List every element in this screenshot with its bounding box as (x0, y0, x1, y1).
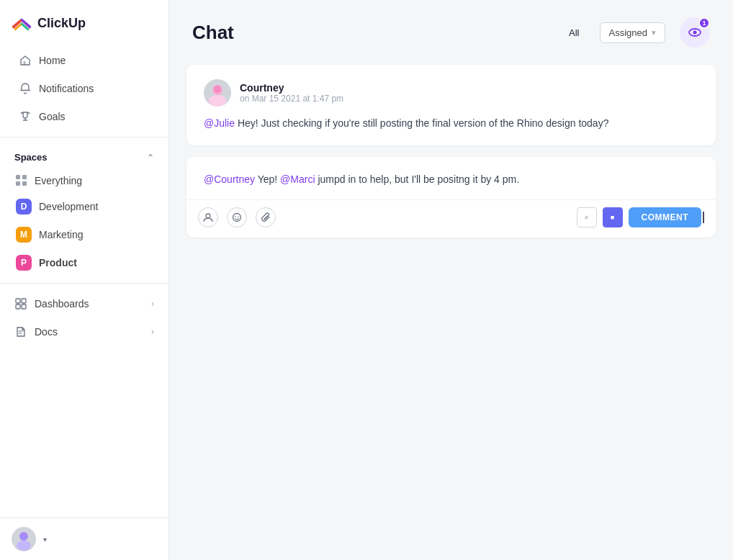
mention-marci: @Marci (280, 173, 315, 185)
message-card-1: Courtney on Mar 15 2021 at 1:47 pm @Juli… (186, 65, 716, 145)
space-item-development[interactable]: D Development (9, 193, 160, 220)
notifications-label: Notifications (39, 83, 94, 94)
svg-point-10 (209, 95, 226, 107)
chevron-down-icon: ⌃ (147, 153, 154, 163)
docs-chevron-icon: › (151, 327, 154, 337)
reply-body: @Courtney Yep! @Marci jumpd in to help, … (186, 157, 716, 199)
goals-label: Goals (39, 111, 66, 122)
home-icon (19, 54, 32, 67)
bell-icon (19, 82, 32, 95)
svg-rect-1 (16, 299, 20, 303)
mention-courtney: @Courtney (204, 173, 255, 185)
reply-text2: jumpd in to help, but I'll be positng it… (315, 173, 520, 185)
logo-area[interactable]: ClickUp (0, 0, 168, 43)
reply-card: @Courtney Yep! @Marci jumpd in to help, … (186, 157, 716, 237)
message-header-1: Courtney on Mar 15 2021 at 1:47 pm (204, 79, 698, 107)
space-product-label: Product (39, 257, 77, 268)
development-badge: D (16, 199, 32, 214)
comment-button[interactable]: COMMENT (629, 207, 702, 227)
sidebar-item-dashboards[interactable]: Dashboards › (9, 290, 160, 317)
grid-icon (16, 175, 27, 186)
message-author-1: Courtney (240, 82, 343, 94)
trophy-icon (19, 110, 32, 123)
sidebar-bottom: Dashboards › Docs › (0, 283, 168, 352)
docs-label: Docs (35, 326, 58, 338)
attachment-btn[interactable] (256, 207, 276, 227)
svg-point-11 (214, 86, 221, 93)
format-btn-2[interactable]: ■ (603, 207, 623, 227)
svg-point-13 (233, 213, 241, 221)
clickup-logo-icon (12, 13, 32, 33)
svg-rect-4 (22, 304, 26, 309)
user-footer[interactable]: ▾ (0, 518, 168, 560)
space-item-everything[interactable]: Everything (9, 169, 160, 192)
assigned-label: Assigned (609, 27, 647, 38)
reply-footer: ■ ■ COMMENT (186, 199, 716, 238)
svg-point-14 (235, 216, 236, 217)
courtney-avatar (204, 79, 231, 107)
main-content: Chat All Assigned ▾ 1 Courtney on M (169, 0, 733, 560)
svg-rect-0 (24, 61, 26, 65)
assigned-dropdown[interactable]: Assigned ▾ (600, 22, 665, 43)
space-development-label: Development (39, 201, 99, 212)
svg-point-15 (238, 216, 239, 217)
reply-right-actions: ■ ■ COMMENT (577, 207, 705, 227)
user-chevron-icon: ▾ (43, 536, 47, 543)
notification-count-badge: 1 (698, 17, 710, 29)
svg-point-5 (19, 532, 28, 541)
main-nav: Home Notifications Goals (0, 43, 168, 134)
chat-title: Chat (192, 22, 549, 44)
filter-all-btn[interactable]: All (563, 24, 585, 41)
dashboards-label: Dashboards (35, 298, 89, 310)
sidebar: ClickUp Home Notifications Goals Spaces … (0, 0, 169, 560)
svg-rect-2 (22, 299, 26, 303)
assigned-chevron-icon: ▾ (652, 28, 656, 37)
emoji-btn[interactable] (227, 207, 247, 227)
svg-point-8 (693, 31, 697, 35)
sidebar-item-docs[interactable]: Docs › (9, 318, 160, 346)
docs-icon (14, 325, 27, 338)
cursor-indicator (703, 212, 704, 223)
spaces-title: Spaces (14, 152, 48, 163)
format-btn-1[interactable]: ■ (577, 207, 597, 227)
marketing-badge: M (16, 227, 32, 243)
sidebar-item-notifications[interactable]: Notifications (4, 75, 164, 102)
reply-text1: Yep! (255, 173, 280, 185)
space-item-product[interactable]: P Product (9, 249, 160, 276)
user-avatar (12, 527, 36, 551)
sidebar-item-home[interactable]: Home (4, 47, 164, 74)
spaces-section: Spaces ⌃ Everything D Development M Mark… (0, 137, 168, 280)
svg-point-12 (206, 214, 210, 218)
dashboards-chevron-icon: › (151, 299, 154, 309)
product-badge: P (16, 255, 32, 271)
message-body-1: @Julie Hey! Just checking if you're stil… (204, 115, 698, 131)
space-everything-label: Everything (35, 175, 82, 186)
home-label: Home (39, 55, 66, 66)
attach-person-btn[interactable] (198, 207, 218, 227)
svg-point-6 (17, 541, 31, 551)
message-meta-1: Courtney on Mar 15 2021 at 1:47 pm (240, 82, 343, 104)
reply-actions (198, 207, 276, 227)
app-name: ClickUp (37, 16, 86, 31)
dashboards-icon (14, 297, 27, 310)
space-item-marketing[interactable]: M Marketing (9, 221, 160, 248)
message-time-1: on Mar 15 2021 at 1:47 pm (240, 94, 343, 104)
view-notification-btn[interactable]: 1 (680, 17, 710, 48)
sidebar-item-goals[interactable]: Goals (4, 103, 164, 130)
mention-julie: @Julie (204, 117, 235, 129)
space-marketing-label: Marketing (39, 229, 83, 240)
svg-rect-3 (16, 304, 20, 309)
chat-messages-area: Courtney on Mar 15 2021 at 1:47 pm @Juli… (169, 59, 733, 560)
message-text-1: Hey! Just checking if you're still posti… (235, 117, 608, 129)
spaces-header[interactable]: Spaces ⌃ (9, 146, 160, 168)
chat-header: Chat All Assigned ▾ 1 (169, 0, 733, 59)
